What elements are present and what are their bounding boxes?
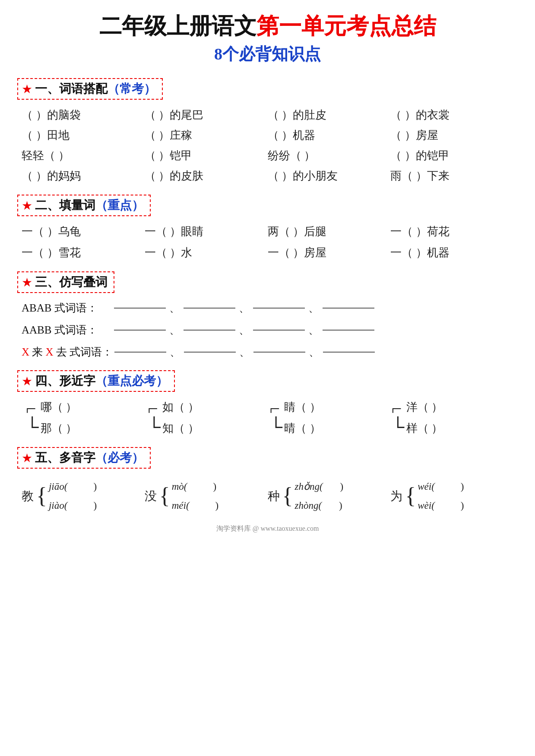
poly-char-mei: 没 xyxy=(145,488,157,504)
poly-jiao: 教 { jiāo() jiào() xyxy=(22,481,145,511)
star-icon-1: ★ xyxy=(22,82,32,96)
poly-char-jiao: 教 xyxy=(22,488,34,504)
poly-entries-zhong: zhǒng() zhòng() xyxy=(294,481,343,511)
word-cell-1-15: （ ）的小朋友 xyxy=(268,168,391,183)
poly-entry-mei-2: méi() xyxy=(172,500,219,511)
section-1-grid: （ ）的脑袋 （ ）的尾巴 （ ）的肚皮 （ ）的衣裳 （ ）田地 （ ）庄稼 … xyxy=(22,107,513,183)
reduplicate-label-2: AABB 式词语： xyxy=(22,323,112,337)
close-mei: ) xyxy=(215,500,219,511)
similar-col-2-chars: 如（ ） 知（ ） xyxy=(162,400,199,436)
blank-1-2 xyxy=(184,308,235,309)
poly-char-zhong: 种 xyxy=(268,488,280,504)
section-2-tag: （重点） xyxy=(95,197,144,214)
measure-1: 一（ ）乌龟 xyxy=(22,224,145,239)
section-2-num: 二、填量词 xyxy=(35,197,95,214)
pinyin-mo: mò( xyxy=(172,481,187,492)
section-5-tag: （必考） xyxy=(95,450,144,466)
word-cell-1-7: （ ）机器 xyxy=(268,128,391,143)
polyphone-grid: 教 { jiāo() jiào() 没 { mò() méi() 种 { zhǒ… xyxy=(22,481,513,511)
similar-col-1: ⌐└ 哪（ ） 那（ ） xyxy=(26,400,148,436)
section-5: ★ 五、多音字 （必考） 教 { jiāo() jiào() 没 { mò() … xyxy=(17,444,518,511)
poly-entry-wei-1: wéi() xyxy=(418,481,464,492)
pinyin-jiao1: jiāo( xyxy=(49,481,67,492)
poly-entry-zhong-1: zhǒng() xyxy=(294,481,343,492)
brace-3: ⌐└ xyxy=(270,400,283,436)
blank-2-3 xyxy=(253,330,305,331)
x-letter-2: X xyxy=(46,346,54,358)
section-2-grid: 一（ ）乌龟 一（ ）眼睛 两（ ）后腿 一（ ）荷花 一（ ）雪花 一（ ）水… xyxy=(22,224,513,260)
word-cell-1-1: （ ）的脑袋 xyxy=(22,107,145,123)
word-cell-1-8: （ ）房屋 xyxy=(390,128,513,143)
title-black: 二年级上册语文 xyxy=(99,14,256,38)
section-3: ★ 三、仿写叠词 ABAB 式词语： 、 、 、 AABB 式词语： 、 、 、… xyxy=(17,268,518,359)
poly-brace-wei: { xyxy=(405,486,416,506)
measure-4: 一（ ）荷花 xyxy=(390,224,513,239)
section-3-content: ABAB 式词语： 、 、 、 AABB 式词语： 、 、 、 X 来 X 去 … xyxy=(22,301,513,359)
similar-char-4-2: 样（ ） xyxy=(406,421,443,436)
similar-col-3: ⌐└ 睛（ ） 晴（ ） xyxy=(270,400,392,436)
blank-3-4 xyxy=(323,352,375,353)
poly-entry-jiao-1: jiāo() xyxy=(49,481,97,492)
section-5-num: 五、多音字 xyxy=(35,450,95,466)
similar-char-3-1: 睛（ ） xyxy=(284,400,321,415)
measure-7: 一（ ）房屋 xyxy=(268,245,391,260)
pinyin-wei2: wèi( xyxy=(418,500,435,511)
section-1-num: 一、词语搭配 xyxy=(35,81,108,97)
similar-char-2-2: 知（ ） xyxy=(162,421,199,436)
pinyin-mei: méi( xyxy=(172,500,190,511)
poly-zhong: 种 { zhǒng() zhòng() xyxy=(268,481,391,511)
blank-2-4 xyxy=(323,330,374,331)
pinyin-zhong1: zhǒng( xyxy=(294,481,323,492)
poly-entries-mei: mò() méi() xyxy=(172,481,219,511)
measure-6: 一（ ）水 xyxy=(145,245,268,260)
similar-char-4-1: 洋（ ） xyxy=(406,400,443,415)
similar-col-4-chars: 洋（ ） 样（ ） xyxy=(406,400,443,436)
blank-1-4 xyxy=(323,308,374,309)
measure-8: 一（ ）机器 xyxy=(390,245,513,260)
similar-char-1-2: 那（ ） xyxy=(41,421,77,436)
similar-col-2: ⌐└ 如（ ） 知（ ） xyxy=(148,400,269,436)
section-2: ★ 二、填量词 （重点） 一（ ）乌龟 一（ ）眼睛 两（ ）后腿 一（ ）荷花… xyxy=(17,191,518,260)
reduplicate-row-2: AABB 式词语： 、 、 、 xyxy=(22,323,513,337)
similar-char-2-1: 如（ ） xyxy=(162,400,199,415)
blank-3-2 xyxy=(184,352,236,353)
poly-entry-jiao-2: jiào() xyxy=(49,500,97,511)
word-cell-1-2: （ ）的尾巴 xyxy=(145,107,268,123)
blank-1-1 xyxy=(114,308,166,309)
word-cell-1-4: （ ）的衣裳 xyxy=(390,107,513,123)
poly-entry-wei-2: wèi() xyxy=(418,500,464,511)
word-cell-1-9: 轻轻（ ） xyxy=(22,148,145,163)
similar-col-4: ⌐└ 洋（ ） 样（ ） xyxy=(392,400,513,436)
poly-entry-zhong-2: zhòng() xyxy=(294,500,343,511)
section-4-num: 四、形近字 xyxy=(35,373,95,389)
close-jiao2: ) xyxy=(93,500,97,511)
blank-2-2 xyxy=(184,330,235,331)
star-icon-4: ★ xyxy=(22,374,32,388)
section-4: ★ 四、形近字 （重点必考） ⌐└ 哪（ ） 那（ ） ⌐└ 如（ ） 知（ ） xyxy=(17,367,518,436)
similar-char-3-2: 晴（ ） xyxy=(284,421,321,436)
poly-entry-mei-1: mò() xyxy=(172,481,219,492)
measure-2: 一（ ）眼睛 xyxy=(145,224,268,239)
similar-char-1-1: 哪（ ） xyxy=(41,400,77,415)
poly-entries-jiao: jiāo() jiào() xyxy=(49,481,97,511)
title-red: 第一单元考点总结 xyxy=(256,14,436,38)
word-cell-1-13: （ ）的妈妈 xyxy=(22,168,145,183)
section-4-tag: （重点必考） xyxy=(95,373,168,389)
pinyin-jiao2: jiào( xyxy=(49,500,67,511)
reduplicate-label-3: X 来 X 去 式词语： xyxy=(22,345,113,359)
brace-4: ⌐└ xyxy=(392,400,405,436)
star-icon-5: ★ xyxy=(22,451,32,465)
measure-5: 一（ ）雪花 xyxy=(22,245,145,260)
word-cell-1-14: （ ）的皮肤 xyxy=(145,168,268,183)
word-cell-1-11: 纷纷（ ） xyxy=(268,148,391,163)
reduplicate-row-3: X 来 X 去 式词语： 、 、 、 xyxy=(22,345,513,359)
poly-mei: 没 { mò() méi() xyxy=(145,481,268,511)
word-cell-1-12: （ ）的铠甲 xyxy=(390,148,513,163)
close-zhong2: ) xyxy=(339,500,342,511)
reduplicate-row-1: ABAB 式词语： 、 、 、 xyxy=(22,301,513,315)
close-wei1: ) xyxy=(461,481,464,492)
close-jiao1: ) xyxy=(93,481,97,492)
section-3-num: 三、仿写叠词 xyxy=(35,274,108,290)
poly-brace-jiao: { xyxy=(36,486,47,506)
brace-1: ⌐└ xyxy=(26,400,39,436)
